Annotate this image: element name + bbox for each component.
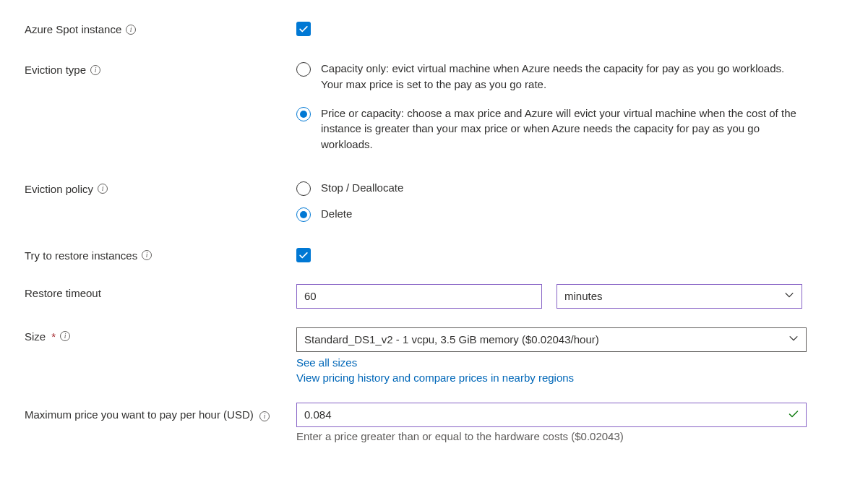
info-icon[interactable]: i (259, 411, 270, 421)
chevron-down-icon (784, 290, 794, 302)
eviction-policy-delete[interactable]: Delete (296, 206, 802, 222)
size-select[interactable]: Standard_DS1_v2 - 1 vcpu, 3.5 GiB memory… (296, 327, 807, 352)
radio-label: Price or capacity: choose a max price an… (321, 106, 802, 153)
see-all-sizes-link[interactable]: See all sizes (296, 356, 843, 369)
restore-label: Try to restore instances (25, 249, 137, 262)
max-price-helper: Enter a price greater than or equal to t… (296, 430, 843, 442)
eviction-type-capacity-only[interactable]: Capacity only: evict virtual machine whe… (296, 61, 802, 93)
required-indicator: * (51, 330, 56, 343)
radio-icon (296, 62, 311, 77)
select-value: Standard_DS1_v2 - 1 vcpu, 3.5 GiB memory… (304, 333, 599, 345)
info-icon[interactable]: i (126, 25, 136, 35)
eviction-policy-label: Eviction policy (25, 183, 93, 195)
eviction-policy-stop-deallocate[interactable]: Stop / Deallocate (296, 180, 802, 196)
spot-checkbox[interactable] (296, 22, 311, 36)
restore-timeout-label: Restore timeout (25, 287, 101, 299)
info-icon[interactable]: i (60, 331, 70, 341)
radio-icon (296, 207, 311, 222)
restore-checkbox[interactable] (296, 248, 311, 262)
eviction-type-price-or-capacity[interactable]: Price or capacity: choose a max price an… (296, 106, 802, 153)
checkmark-icon (298, 24, 309, 34)
restore-timeout-input[interactable] (296, 284, 542, 309)
radio-label: Stop / Deallocate (321, 180, 403, 196)
chevron-down-icon (788, 333, 799, 345)
checkmark-icon (788, 408, 799, 421)
max-price-input[interactable] (296, 403, 807, 427)
size-label: Size (25, 330, 46, 343)
radio-label: Capacity only: evict virtual machine whe… (321, 61, 802, 93)
select-value: minutes (564, 290, 603, 302)
restore-timeout-unit-select[interactable]: minutes (557, 284, 802, 309)
radio-label: Delete (321, 206, 352, 222)
max-price-label: Maximum price you want to pay per hour (… (25, 408, 254, 421)
spot-label: Azure Spot instance (25, 23, 121, 35)
info-icon[interactable]: i (98, 184, 108, 194)
radio-icon (296, 181, 311, 196)
info-icon[interactable]: i (90, 65, 100, 75)
checkmark-icon (298, 250, 309, 260)
eviction-type-label: Eviction type (25, 64, 86, 76)
view-pricing-history-link[interactable]: View pricing history and compare prices … (296, 372, 843, 384)
radio-icon (296, 107, 311, 121)
info-icon[interactable]: i (142, 250, 152, 260)
